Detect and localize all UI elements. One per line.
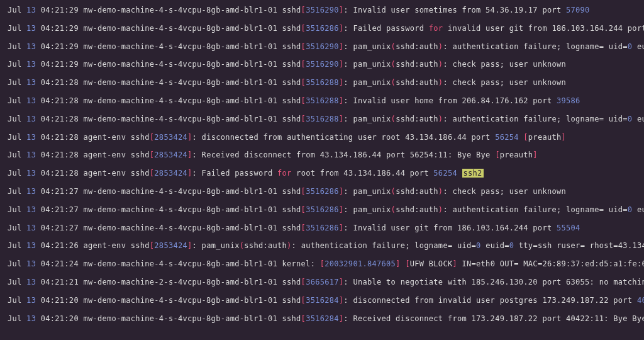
log-segment: ] (396, 259, 401, 268)
log-month: Jul (8, 78, 22, 87)
bracket-close: ] (187, 169, 192, 178)
log-segment: : Invalid user home from 206.84.176.162 … (343, 96, 557, 105)
log-segment: : Invalid user git from 186.103.164.244 … (343, 224, 557, 232)
log-day: 13 (26, 241, 36, 250)
log-segment: 40422 (637, 296, 644, 305)
log-segment: preauth (528, 133, 562, 142)
log-time: 04:21:28 (41, 115, 79, 123)
log-pid: 3516284 (306, 296, 339, 305)
log-segment: [ (495, 150, 500, 159)
log-segment: ( (391, 78, 396, 87)
log-host: mw-demo-machine-4-s-4vcpu-8gb-amd-blr1-0… (83, 24, 277, 33)
log-segment: : Failed password (343, 24, 428, 33)
log-segment: for (277, 169, 292, 178)
log-segment: sshd:auth (396, 78, 438, 87)
log-process: sshd (282, 6, 301, 14)
bracket-open: [ (301, 6, 306, 14)
log-segment: : Invalid user sometimes from 54.36.19.1… (343, 6, 566, 14)
log-segment: : Failed password (192, 169, 277, 178)
log-line-9: Jul 13 04:21:28 agent-env sshd[2853424]:… (8, 168, 636, 179)
log-line-6: Jul 13 04:21:28 mw-demo-machine-4-s-4vcp… (8, 114, 636, 125)
log-month: Jul (8, 96, 22, 105)
log-day: 13 (26, 115, 36, 123)
log-time: 04:21:21 (41, 278, 79, 286)
log-segment: root from 43.134.186.44 port (292, 169, 434, 178)
log-segment: : authentication failure; logname= uid= (292, 241, 476, 250)
log-process: sshd (282, 187, 301, 196)
log-segment: ( (391, 42, 396, 51)
log-host: mw-demo-machine-4-s-4vcpu-8gb-amd-blr1-0… (83, 187, 277, 196)
log-time: 04:21:28 (41, 133, 79, 142)
log-host: mw-demo-machine-4-s-4vcpu-8gb-amd-blr1-0… (83, 60, 277, 69)
log-process: sshd (282, 314, 301, 323)
bracket-close: ] (187, 241, 192, 250)
bracket-open: [ (301, 42, 306, 51)
log-line-0: Jul 13 04:21:29 mw-demo-machine-4-s-4vcp… (8, 5, 636, 16)
log-segment: 20032901.847605 (325, 259, 396, 268)
log-host: agent-env (83, 169, 126, 178)
log-segment: 0 (476, 241, 481, 250)
bracket-open: [ (301, 115, 306, 123)
log-line-12: Jul 13 04:21:27 mw-demo-machine-4-s-4vcp… (8, 223, 636, 234)
log-time: 04:21:27 (41, 187, 79, 196)
log-month: Jul (8, 259, 22, 268)
log-time: 04:21:28 (41, 78, 79, 87)
log-host: agent-env (83, 241, 126, 250)
log-time: 04:21:20 (41, 296, 79, 305)
log-process: sshd (282, 60, 301, 69)
log-day: 13 (26, 224, 36, 232)
log-process: sshd (282, 24, 301, 33)
log-segment: for (429, 24, 443, 33)
log-segment: euid= (632, 115, 644, 123)
log-day: 13 (26, 42, 36, 51)
log-pid: 3516286 (306, 205, 339, 214)
log-segment: tty=ssh ruser= rhost=43.134.186.44 user=… (514, 241, 644, 250)
log-time: 04:21:24 (41, 259, 79, 268)
log-month: Jul (8, 296, 22, 305)
log-month: Jul (8, 24, 22, 33)
log-segment: sshd:auth (396, 187, 438, 196)
log-day: 13 (26, 60, 36, 69)
log-month: Jul (8, 133, 22, 142)
bracket-open: [ (301, 224, 306, 232)
log-line-4: Jul 13 04:21:28 mw-demo-machine-4-s-4vcp… (8, 77, 636, 88)
log-segment: : pam_unix (343, 205, 391, 214)
log-process: sshd (282, 224, 301, 232)
log-process: sshd (131, 150, 150, 159)
log-month: Jul (8, 60, 22, 69)
log-segment: [ (523, 133, 528, 142)
log-month: Jul (8, 150, 22, 159)
log-process: sshd (282, 278, 301, 286)
log-pid: 3516288 (306, 78, 339, 87)
log-day: 13 (26, 187, 36, 196)
log-day: 13 (26, 296, 36, 305)
bracket-open: [ (301, 296, 306, 305)
bracket-close: ] (187, 133, 192, 142)
log-process: sshd (131, 133, 150, 142)
log-day: 13 (26, 24, 36, 33)
log-line-7: Jul 13 04:21:28 agent-env sshd[2853424]:… (8, 132, 636, 143)
log-host: mw-demo-machine-4-s-4vcpu-8gb-amd-blr1-0… (83, 115, 277, 123)
log-host: mw-demo-machine-4-s-4vcpu-8gb-amd-blr1-0… (83, 6, 277, 14)
log-day: 13 (26, 96, 36, 105)
log-time: 04:21:27 (41, 224, 79, 232)
log-process: kernel: (282, 259, 315, 268)
log-month: Jul (8, 187, 22, 196)
log-segment: preauth (500, 150, 533, 159)
log-segment: [ (405, 259, 410, 268)
log-line-8: Jul 13 04:21:28 agent-env sshd[2853424]:… (8, 150, 636, 161)
log-segment: sshd:auth (396, 205, 438, 214)
log-pid: 3516286 (306, 224, 339, 232)
bracket-open: [ (301, 78, 306, 87)
log-day: 13 (26, 278, 36, 286)
log-segment: UFW BLOCK (410, 259, 453, 268)
log-pid: 3516288 (306, 96, 339, 105)
log-segment: ( (391, 115, 396, 123)
log-segment: ] (533, 150, 538, 159)
log-segment: : Received disconnect from 43.134.186.44… (192, 150, 496, 159)
log-segment: ( (391, 205, 396, 214)
log-line-10: Jul 13 04:21:27 mw-demo-machine-4-s-4vcp… (8, 186, 636, 197)
log-segment: sshd:auth (396, 42, 438, 51)
log-line-2: Jul 13 04:21:29 mw-demo-machine-4-s-4vcp… (8, 42, 636, 52)
log-day: 13 (26, 78, 36, 87)
